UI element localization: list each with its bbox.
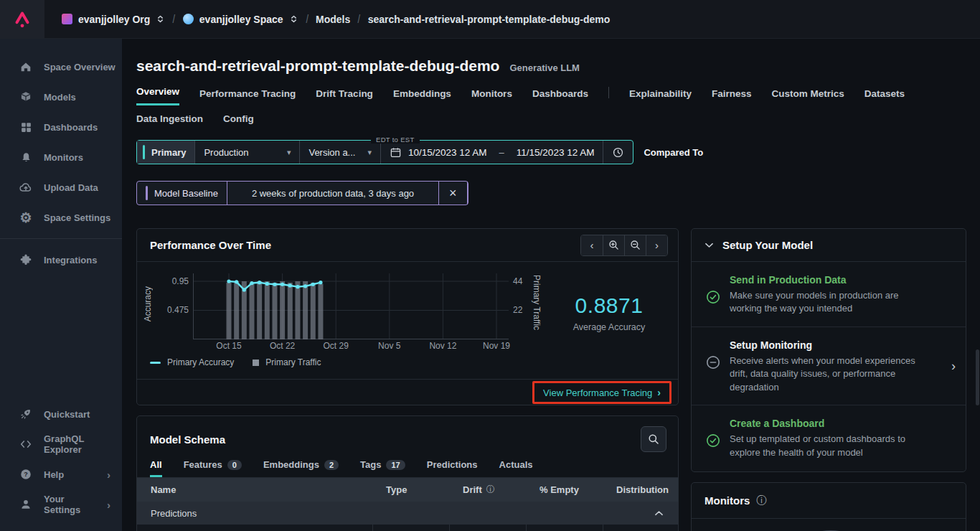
tab-performance-tracing[interactable]: Performance Tracing [199, 88, 296, 105]
scrollbar-thumb[interactable] [976, 349, 979, 405]
schema-tab-embeddings[interactable]: Embeddings2 [263, 459, 339, 477]
left-axis-tick: 0.95 [157, 276, 189, 286]
dashboards-icon [19, 121, 32, 133]
breadcrumb-models-link[interactable]: Models [316, 14, 350, 25]
schema-tab-features[interactable]: Features0 [184, 459, 242, 477]
cell-distribution [603, 525, 678, 531]
tab-dashboards[interactable]: Dashboards [532, 88, 588, 105]
chevron-up-icon[interactable] [654, 509, 678, 517]
org-avatar [62, 14, 72, 24]
column-drift: Driftⓘ [449, 484, 526, 496]
home-icon [19, 60, 32, 73]
sidebar-item-quickstart[interactable]: Quickstart [0, 399, 122, 429]
pan-left-button[interactable]: ‹ [581, 235, 603, 255]
pan-right-button[interactable]: › [646, 235, 667, 255]
models-icon [19, 90, 32, 103]
setup-item-title[interactable]: Setup Monitoring [730, 339, 925, 351]
setup-item-send-production-data[interactable]: Send in Production Data Make sure your m… [692, 262, 966, 327]
sidebar-item-label: Your Settings [44, 494, 95, 515]
check-circle-icon [706, 433, 720, 448]
setup-item-setup-monitoring[interactable]: Setup Monitoring Receive alerts when you… [692, 327, 966, 405]
breadcrumb-separator: / [173, 13, 176, 26]
tab-embeddings[interactable]: Embeddings [393, 88, 451, 105]
monitors-card: Monitors ⓘ [691, 482, 966, 531]
sidebar-item-integrations[interactable]: Integrations [0, 245, 122, 275]
clock-history-icon [612, 146, 624, 159]
legend-primary-accuracy: Primary Accuracy [150, 357, 234, 367]
view-performance-tracing-annotation[interactable]: View Performance Tracing › [532, 381, 672, 404]
tab-datasets[interactable]: Datasets [864, 88, 905, 105]
check-circle-icon [706, 290, 720, 304]
schema-group-row-predictions[interactable]: Predictions [137, 502, 678, 525]
date-range-picker[interactable]: 10/15/2023 12 AM – 11/15/2023 12 AM [381, 141, 603, 164]
x-axis-tick: Oct 15 [206, 341, 252, 351]
schema-tabs: All Features0 Embeddings2 Tags17 Predict… [137, 459, 678, 478]
column-type: Type [372, 484, 449, 495]
schema-table-row[interactable] [137, 525, 678, 531]
baseline-value: 2 weeks of production data, 3 days ago [236, 188, 430, 199]
sidebar-item-your-settings[interactable]: Your Settings › [0, 489, 122, 520]
time-history-button[interactable] [603, 141, 633, 164]
org-switcher[interactable]: evanjjolley Org [62, 14, 165, 25]
bell-icon [19, 151, 32, 164]
tab-overview[interactable]: Overview [136, 86, 179, 105]
arize-logo[interactable] [0, 0, 44, 39]
baseline-value-segment[interactable]: 2 weeks of production data, 3 days ago [227, 182, 439, 205]
schema-tab-all[interactable]: All [150, 459, 162, 477]
setup-panel-title: Setup Your Model [722, 239, 813, 251]
sidebar-item-graphql-explorer[interactable]: GraphQL Explorer [0, 429, 122, 459]
sidebar-item-monitors[interactable]: Monitors [0, 142, 122, 172]
code-icon [19, 438, 32, 451]
setup-item-title[interactable]: Send in Production Data [730, 274, 925, 286]
schema-tab-tags[interactable]: Tags17 [360, 459, 405, 477]
view-performance-tracing-link[interactable]: View Performance Tracing [543, 387, 652, 398]
zoom-in-button[interactable] [603, 235, 624, 255]
breadcrumb-separator: / [306, 13, 308, 26]
model-tabs-row2: Data Ingestion Config [122, 113, 980, 131]
setup-item-title[interactable]: Create a Dashboard [730, 418, 925, 429]
tab-fairness[interactable]: Fairness [712, 88, 752, 105]
tab-explainability[interactable]: Explainability [629, 88, 692, 105]
baseline-remove-button[interactable]: × [439, 182, 468, 205]
org-name: evanjjolley Org [78, 14, 150, 25]
breadcrumb-separator: / [358, 13, 361, 26]
environment-dropdown[interactable]: Production ▾ [195, 141, 300, 164]
space-sorter-icon[interactable] [289, 14, 298, 24]
right-axis-title: Primary Traffic [532, 275, 542, 330]
tab-drift-tracing[interactable]: Drift Tracing [316, 88, 373, 105]
tab-monitors[interactable]: Monitors [471, 88, 512, 105]
x-axis-tick: Nov 12 [420, 341, 466, 351]
primary-label-segment: Primary [137, 141, 195, 164]
sidebar-item-space-overview[interactable]: Space Overview [0, 52, 122, 82]
chevron-down-icon[interactable] [705, 242, 714, 249]
sidebar-item-label: Space Overview [44, 62, 116, 72]
setup-item-create-dashboard[interactable]: Create a Dashboard Set up templated or c… [692, 405, 966, 470]
org-sorter-icon[interactable] [156, 14, 165, 24]
schema-tab-actuals[interactable]: Actuals [499, 459, 533, 477]
chevron-right-icon[interactable]: › [951, 359, 956, 374]
sidebar-item-dashboards[interactable]: Dashboards [0, 112, 122, 142]
tab-custom-metrics[interactable]: Custom Metrics [771, 88, 844, 105]
cell-percent-empty [526, 525, 603, 531]
model-schema-card: Model Schema All Features0 Embeddings2 T… [136, 415, 679, 531]
tab-config[interactable]: Config [223, 113, 254, 131]
zoom-out-button[interactable] [624, 235, 646, 255]
info-icon[interactable]: ⓘ [756, 494, 766, 507]
schema-search-button[interactable] [641, 426, 666, 452]
breadcrumb-model-name: search-and-retrieval-prompt-template-deb… [368, 14, 611, 25]
setup-panel-header[interactable]: Setup Your Model [692, 229, 966, 262]
tab-data-ingestion[interactable]: Data Ingestion [136, 113, 203, 131]
environment-value: Production [204, 147, 248, 158]
sidebar-item-upload-data[interactable]: Upload Data [0, 172, 122, 202]
sidebar-item-models[interactable]: Models [0, 82, 122, 112]
embeddings-count-badge: 2 [324, 460, 339, 470]
sidebar-item-space-settings[interactable]: ⚙ Space Settings [0, 202, 122, 232]
space-switcher[interactable]: evanjjolley Space [183, 14, 298, 25]
legend-label: Primary Traffic [265, 357, 321, 367]
timezone-note: EDT to EST [371, 136, 420, 144]
info-icon[interactable]: ⓘ [486, 484, 495, 496]
sidebar-item-help[interactable]: ? Help › [0, 459, 122, 489]
schema-tab-predictions[interactable]: Predictions [427, 459, 478, 477]
version-dropdown[interactable]: Version a... ▾ [300, 141, 381, 164]
model-baseline-bar: Model Baseline 2 weeks of production dat… [136, 181, 468, 205]
